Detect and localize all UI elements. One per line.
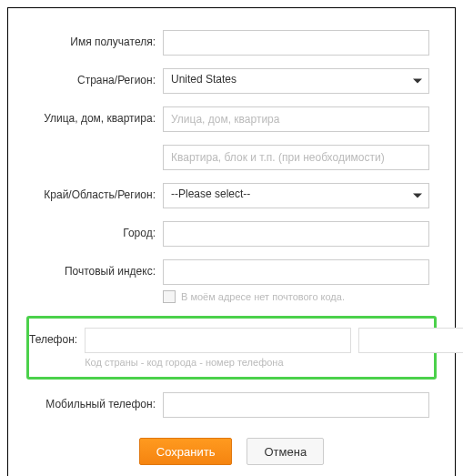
mobile-input[interactable]: [163, 392, 429, 418]
recipient-input[interactable]: [163, 30, 429, 56]
phone-highlight-box: Телефон: Код страны - код города - номер…: [26, 316, 437, 380]
row-region: Край/Область/Регион: --Please select--: [26, 183, 437, 208]
region-select[interactable]: --Please select--: [163, 183, 429, 208]
no-zip-checkbox[interactable]: [163, 290, 176, 303]
phone-help-text: Код страны - код города - номер телефона: [85, 357, 463, 368]
row-mobile: Мобильный телефон:: [26, 392, 437, 418]
button-row: Сохранить Отмена: [26, 438, 437, 465]
phone-country-input[interactable]: [85, 328, 351, 353]
label-street: Улица, дом, квартира:: [26, 106, 163, 125]
label-zip: Почтовый индекс:: [26, 259, 163, 278]
label-region: Край/Область/Регион:: [26, 183, 163, 201]
no-zip-label: В моём адресе нет почтового кода.: [181, 291, 345, 302]
row-street: Улица, дом, квартира:: [26, 106, 437, 170]
street2-input[interactable]: [163, 145, 429, 170]
save-button[interactable]: Сохранить: [139, 438, 233, 465]
zip-input[interactable]: [163, 259, 429, 285]
label-country: Страна/Регион:: [26, 68, 163, 86]
row-phone: Телефон: Код страны - код города - номер…: [29, 328, 434, 368]
label-city: Город:: [26, 221, 163, 239]
row-country: Страна/Регион: United States: [26, 68, 437, 94]
city-input[interactable]: [163, 221, 429, 247]
label-mobile: Мобильный телефон:: [26, 392, 163, 410]
address-form: Имя получателя: Страна/Регион: United St…: [7, 7, 456, 476]
cancel-button[interactable]: Отмена: [247, 438, 324, 465]
row-recipient: Имя получателя:: [26, 30, 437, 56]
label-phone: Телефон:: [29, 328, 85, 346]
phone-city-input[interactable]: [358, 328, 463, 353]
country-select[interactable]: United States: [163, 68, 429, 94]
street1-input[interactable]: [163, 106, 429, 132]
label-recipient: Имя получателя:: [26, 30, 163, 48]
row-city: Город:: [26, 221, 437, 247]
row-zip: Почтовый индекс: В моём адресе нет почто…: [26, 259, 437, 303]
